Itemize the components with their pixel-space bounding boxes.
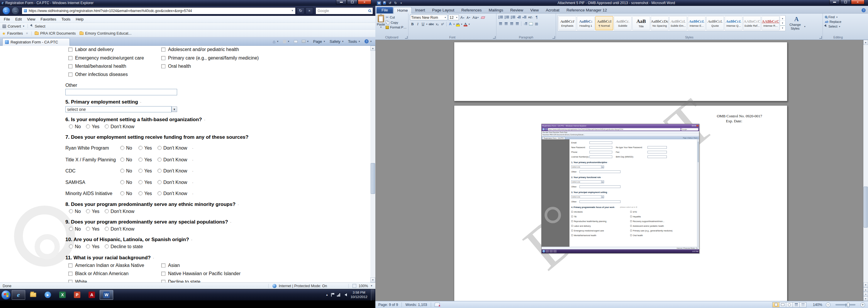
scroll-thumb[interactable] xyxy=(371,163,375,194)
radio-no[interactable] xyxy=(120,191,124,195)
menu-file[interactable]: File xyxy=(1,17,12,22)
scroll-thumb[interactable] xyxy=(864,187,868,227)
radio-no[interactable] xyxy=(69,244,73,248)
radio-yes[interactable] xyxy=(86,209,90,213)
checkbox[interactable] xyxy=(68,48,72,52)
radio-no[interactable] xyxy=(69,209,73,213)
style-intense-reference[interactable]: AABbCcCIntense R... xyxy=(762,16,779,30)
feeds-button[interactable]: ▼ xyxy=(281,37,292,46)
word-vertical-scrollbar[interactable]: ▲ ▼ ▲ ● ▼ xyxy=(863,40,868,301)
view-outline-button[interactable] xyxy=(793,302,800,307)
zoom-slider-thumb[interactable] xyxy=(847,303,849,307)
convert-dropdown-icon[interactable]: ▼ xyxy=(23,25,25,28)
radio-no[interactable] xyxy=(120,180,124,184)
radio-yes[interactable] xyxy=(138,146,143,150)
radio-dont-know[interactable] xyxy=(105,227,109,231)
cut-button[interactable]: ✂Cut xyxy=(385,15,408,20)
menu-tools[interactable]: Tools xyxy=(59,17,73,22)
radio-yes[interactable] xyxy=(138,191,143,195)
shading-button[interactable] xyxy=(528,21,533,26)
show-desktop-button[interactable] xyxy=(371,289,374,301)
tab-file[interactable]: File xyxy=(376,7,393,13)
align-center-button[interactable] xyxy=(503,21,508,26)
checkbox[interactable] xyxy=(161,272,165,276)
checkbox[interactable] xyxy=(68,72,72,76)
scroll-up-icon[interactable]: ▲ xyxy=(863,40,868,45)
undo-button[interactable]: ↺ xyxy=(388,1,392,5)
highlight-button[interactable]: ab xyxy=(456,22,460,27)
zoom-level[interactable]: 100% xyxy=(359,284,368,288)
add-favorite-icon[interactable]: ★ xyxy=(26,31,28,35)
menu-help[interactable]: Help xyxy=(73,17,86,22)
checkbox[interactable] xyxy=(161,280,165,282)
select-button[interactable]: Select▼ xyxy=(824,24,852,29)
radio-dont-know[interactable] xyxy=(105,124,109,128)
clear-formatting-button[interactable] xyxy=(480,15,486,20)
format-painter-button[interactable]: Format Painter xyxy=(385,25,408,30)
redo-button[interactable]: ↻ xyxy=(393,1,398,5)
save-button[interactable] xyxy=(382,1,387,5)
document-page-9[interactable]: DRAFT OMB Control No. 0920-0017 Exp. Dat… xyxy=(454,105,787,301)
radio-dont-know[interactable] xyxy=(105,209,109,213)
network-icon[interactable] xyxy=(337,293,340,297)
font-size-select[interactable]: 12▼ xyxy=(448,15,459,20)
word-count[interactable]: Words: 1,103 xyxy=(405,303,427,307)
radio-no[interactable] xyxy=(69,124,73,128)
zoom-level[interactable]: 140% xyxy=(813,303,822,307)
page-indicator[interactable]: Page: 9 of 9 xyxy=(378,303,398,307)
maximize-button[interactable] xyxy=(347,0,358,4)
underline-button[interactable]: U xyxy=(421,22,426,27)
zoom-slider[interactable] xyxy=(835,304,856,305)
decrease-indent-button[interactable]: ◂ xyxy=(517,15,521,20)
align-right-button[interactable] xyxy=(509,21,514,26)
radio-no[interactable] xyxy=(120,157,124,162)
style-no-spacing[interactable]: AaBbCcDcNo Spacing xyxy=(651,16,669,30)
multilevel-list-button[interactable] xyxy=(510,15,516,20)
favorites-button[interactable]: Favorites xyxy=(7,31,23,35)
scroll-down-icon[interactable]: ▼ xyxy=(370,277,375,282)
change-styles-button[interactable]: A Change Styles▼ xyxy=(787,16,806,30)
tools-menu-button[interactable]: Tools▼ xyxy=(346,37,363,46)
radio-yes[interactable] xyxy=(138,157,143,162)
taskbar-ie-button[interactable]: e xyxy=(12,290,25,300)
embedded-screenshot-image[interactable]: Registration Form - CA PTC - Windows Int… xyxy=(541,124,700,253)
taskbar-acrobat-button[interactable]: A xyxy=(85,290,98,300)
ribbon-help-icon[interactable]: ? xyxy=(862,8,866,12)
shrink-font-button[interactable]: A▼ xyxy=(466,15,471,20)
change-case-button[interactable]: Aa▼ xyxy=(472,15,479,20)
find-button[interactable]: Find▼ xyxy=(824,15,852,19)
action-center-icon[interactable] xyxy=(331,293,334,297)
style-subtle-emphasis[interactable]: AaBbCcLSubtle Em... xyxy=(669,16,687,30)
taskbar-clock[interactable]: 3:58 PM 10/12/2012 xyxy=(350,290,367,299)
radio-dont-know[interactable] xyxy=(157,157,162,162)
gallery-more-icon[interactable]: ▼ xyxy=(780,26,785,30)
view-web-layout-button[interactable] xyxy=(786,302,793,307)
text-effects-button[interactable]: A xyxy=(448,22,453,27)
employment-setting-select[interactable]: select one ▼ xyxy=(65,106,177,112)
borders-button[interactable]: ⊞ xyxy=(534,21,539,26)
font-name-select[interactable]: Times New Rom▼ xyxy=(410,15,447,20)
dropdown-arrow-icon[interactable]: ▼ xyxy=(461,23,463,25)
copy-button[interactable]: Copy xyxy=(385,20,408,25)
style-heading-1[interactable]: AaBbC:Heading 1 xyxy=(577,16,595,30)
justify-button[interactable] xyxy=(515,21,520,26)
select-browse-object-button[interactable]: ● xyxy=(863,292,868,296)
dropdown-arrow-icon[interactable]: ▼ xyxy=(453,23,455,25)
volume-icon[interactable] xyxy=(343,293,347,296)
clipboard-dialog-launcher[interactable] xyxy=(405,36,408,39)
page-menu-button[interactable]: Page▼ xyxy=(311,37,328,46)
checkbox[interactable] xyxy=(68,272,72,276)
checkbox[interactable] xyxy=(68,280,72,282)
radio-no[interactable] xyxy=(120,146,124,150)
align-left-button[interactable] xyxy=(498,21,503,26)
grow-font-button[interactable]: A▲ xyxy=(460,15,465,20)
checkbox[interactable] xyxy=(68,64,72,68)
subscript-button[interactable]: x₂ xyxy=(435,22,440,27)
minimize-button[interactable] xyxy=(829,0,840,4)
style-subtitle[interactable]: AaBbCc.Subtitle xyxy=(614,16,632,30)
address-dropdown-icon[interactable]: ▼ xyxy=(291,9,293,12)
radio-no[interactable] xyxy=(120,169,124,173)
tab-acrobat[interactable]: Acrobat xyxy=(542,7,563,13)
style-quote[interactable]: AaBbCcLQuote xyxy=(706,16,724,30)
numbering-button[interactable] xyxy=(504,15,510,20)
